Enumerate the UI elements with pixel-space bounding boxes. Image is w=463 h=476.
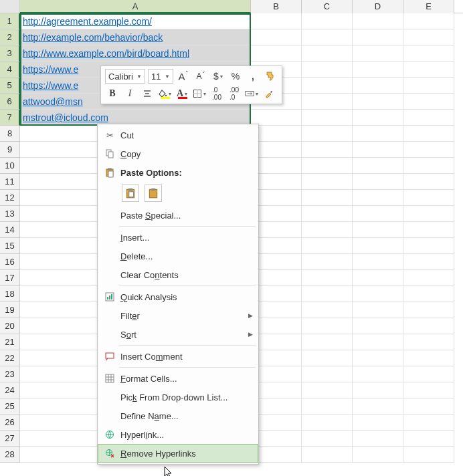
cell-B1[interactable] bbox=[251, 13, 302, 29]
accounting-format-button[interactable]: $▾ bbox=[211, 69, 225, 84]
cell-E7[interactable] bbox=[403, 110, 454, 126]
cell-C11[interactable] bbox=[302, 174, 353, 190]
font-name-combo[interactable]: Calibri ▼ bbox=[105, 69, 145, 84]
cell-C6[interactable] bbox=[302, 94, 353, 110]
cell-D28[interactable] bbox=[353, 447, 403, 463]
cell-D7[interactable] bbox=[353, 110, 403, 126]
cell-E22[interactable] bbox=[403, 350, 454, 366]
row-header-4[interactable]: 4 bbox=[0, 62, 20, 78]
cell-C9[interactable] bbox=[302, 142, 353, 158]
row-header-24[interactable]: 24 bbox=[0, 382, 20, 398]
fill-color-button[interactable]: ▾ bbox=[157, 86, 172, 101]
cell-E8[interactable] bbox=[403, 126, 454, 142]
cell-C3[interactable] bbox=[302, 45, 353, 62]
cell-E16[interactable] bbox=[403, 254, 454, 270]
row-header-22[interactable]: 22 bbox=[0, 350, 20, 366]
cell-C19[interactable] bbox=[302, 302, 353, 318]
cm-remove-hyperlinks[interactable]: Remove Hyperlinks bbox=[98, 444, 258, 463]
cell-E23[interactable] bbox=[403, 366, 454, 382]
cell-D5[interactable] bbox=[353, 78, 403, 94]
decrease-decimal-button[interactable]: .00.0 bbox=[227, 86, 242, 101]
cell-C28[interactable] bbox=[302, 447, 353, 463]
cell-E11[interactable] bbox=[403, 174, 454, 190]
font-size-combo[interactable]: 11 ▼ bbox=[148, 69, 173, 84]
row-header-14[interactable]: 14 bbox=[0, 222, 20, 238]
cm-format-cells[interactable]: Format Cells... bbox=[98, 369, 258, 388]
cell-D22[interactable] bbox=[353, 350, 403, 366]
row-header-28[interactable]: 28 bbox=[0, 447, 20, 463]
row-header-17[interactable]: 17 bbox=[0, 270, 20, 286]
cell-D23[interactable] bbox=[353, 366, 403, 382]
cm-quick-analysis[interactable]: Quick Analysis bbox=[98, 287, 258, 306]
row-header-25[interactable]: 25 bbox=[0, 398, 20, 414]
cm-insert-comment[interactable]: Insert Comment bbox=[98, 347, 258, 366]
cell-D10[interactable] bbox=[353, 158, 403, 174]
cell-E20[interactable] bbox=[403, 318, 454, 334]
cell-C27[interactable] bbox=[302, 431, 353, 447]
row-header-23[interactable]: 23 bbox=[0, 366, 20, 382]
cell-E13[interactable] bbox=[403, 206, 454, 222]
cm-cut[interactable]: ✂ Cut bbox=[98, 126, 258, 144]
cell-D27[interactable] bbox=[353, 431, 403, 447]
cell-C5[interactable] bbox=[302, 78, 353, 94]
cell-C7[interactable] bbox=[302, 110, 353, 126]
cell-C25[interactable] bbox=[302, 398, 353, 414]
cell-E15[interactable] bbox=[403, 238, 454, 254]
cell-E28[interactable] bbox=[403, 447, 454, 463]
cell-D14[interactable] bbox=[353, 222, 403, 238]
cell-C1[interactable] bbox=[302, 13, 353, 29]
cell-D2[interactable] bbox=[353, 29, 403, 45]
cell-E4[interactable] bbox=[403, 62, 454, 78]
row-header-27[interactable]: 27 bbox=[0, 431, 20, 447]
cell-E26[interactable] bbox=[403, 414, 454, 431]
cell-D24[interactable] bbox=[353, 382, 403, 398]
cell-D6[interactable] bbox=[353, 94, 403, 110]
row-header-5[interactable]: 5 bbox=[0, 78, 20, 94]
cell-E27[interactable] bbox=[403, 431, 454, 447]
cm-paste-special[interactable]: Paste Special... bbox=[98, 206, 258, 225]
cell-C23[interactable] bbox=[302, 366, 353, 382]
row-header-19[interactable]: 19 bbox=[0, 302, 20, 318]
format-painter-brush[interactable] bbox=[262, 86, 276, 101]
paste-default-button[interactable] bbox=[122, 185, 139, 202]
cell-E24[interactable] bbox=[403, 382, 454, 398]
select-all-corner[interactable] bbox=[0, 0, 20, 13]
cell-E12[interactable] bbox=[403, 190, 454, 206]
cell-D20[interactable] bbox=[353, 318, 403, 334]
cell-E2[interactable] bbox=[403, 29, 454, 45]
cell-E17[interactable] bbox=[403, 270, 454, 286]
cell-E14[interactable] bbox=[403, 222, 454, 238]
cell-D21[interactable] bbox=[353, 334, 403, 350]
cell-E3[interactable] bbox=[403, 45, 454, 62]
row-header-18[interactable]: 18 bbox=[0, 286, 20, 302]
cm-pick-list[interactable]: Pick From Drop-down List... bbox=[98, 388, 258, 406]
cell-D17[interactable] bbox=[353, 270, 403, 286]
col-header-C[interactable]: C bbox=[302, 0, 353, 13]
increase-decimal-button[interactable]: .0.00 bbox=[209, 86, 224, 101]
row-header-16[interactable]: 16 bbox=[0, 254, 20, 270]
cell-E6[interactable] bbox=[403, 94, 454, 110]
col-header-E[interactable]: E bbox=[403, 0, 454, 13]
row-header-6[interactable]: 6 bbox=[0, 94, 20, 110]
cell-D4[interactable] bbox=[353, 62, 403, 78]
format-painter-button[interactable] bbox=[263, 69, 278, 84]
col-header-B[interactable]: B bbox=[251, 0, 302, 13]
cell-C20[interactable] bbox=[302, 318, 353, 334]
cm-clear-contents[interactable]: Clear Contents bbox=[98, 265, 258, 284]
row-header-7[interactable]: 7 bbox=[0, 110, 20, 126]
grow-font-button[interactable]: A˄ bbox=[176, 69, 191, 84]
cm-hyperlink[interactable]: Hyperlink... bbox=[98, 425, 258, 444]
paste-values-button[interactable] bbox=[145, 185, 162, 202]
row-header-10[interactable]: 10 bbox=[0, 158, 20, 174]
row-header-21[interactable]: 21 bbox=[0, 334, 20, 350]
cell-D15[interactable] bbox=[353, 238, 403, 254]
cell-D3[interactable] bbox=[353, 45, 403, 62]
cell-E19[interactable] bbox=[403, 302, 454, 318]
cm-delete[interactable]: Delete... bbox=[98, 247, 258, 265]
row-header-9[interactable]: 9 bbox=[0, 142, 20, 158]
cell-B3[interactable] bbox=[251, 45, 302, 62]
cell-C17[interactable] bbox=[302, 270, 353, 286]
cell-C10[interactable] bbox=[302, 158, 353, 174]
cell-A2[interactable]: http://example.com/behavior/back bbox=[20, 29, 251, 45]
cell-E21[interactable] bbox=[403, 334, 454, 350]
